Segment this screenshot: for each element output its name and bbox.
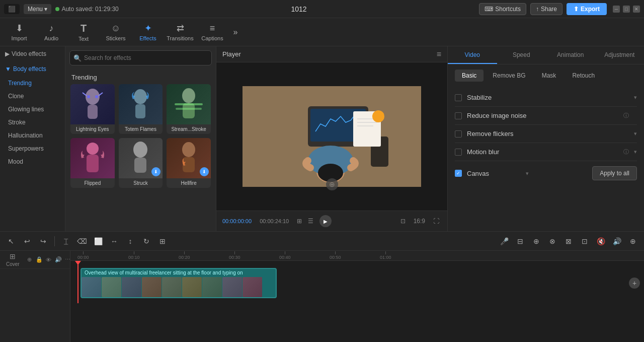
toolbar-stickers[interactable]: ☺ Stickers (101, 20, 131, 44)
sub-tab-remove-bg[interactable]: Remove BG (486, 70, 532, 82)
transform-button[interactable]: ⊞ (155, 234, 170, 248)
audio-detach-button[interactable]: ⊡ (578, 234, 592, 248)
track-lock-icon[interactable]: 🔒 (35, 256, 43, 264)
aspect-ratio-button[interactable]: 16:9 (412, 217, 427, 226)
track-audio-icon[interactable]: 🔊 (54, 256, 62, 264)
svg-point-12 (87, 143, 99, 155)
video-clip[interactable]: Overhead view of multiracial freelancer … (80, 268, 277, 298)
right-content: Basic Remove BG Mask Retouch Stabilize ▾ (448, 64, 644, 231)
mirror-h-button[interactable]: ↔ (107, 234, 121, 248)
remove-flickers-checkbox[interactable] (455, 130, 462, 138)
effect-card-flipped[interactable]: Flipped (70, 138, 115, 188)
sidebar-item-clone[interactable]: Clone (0, 90, 65, 103)
sidebar-item-glowing-lines[interactable]: Glowing lines (0, 103, 65, 116)
grid-view-button[interactable]: ⊞ (295, 217, 304, 226)
effect-card-stream-stroke[interactable]: Stream...Stroke (167, 84, 211, 134)
sub-tab-basic[interactable]: Basic (455, 70, 484, 82)
split-audio-button[interactable]: ⊠ (561, 234, 576, 248)
sidebar-item-mood[interactable]: Mood (0, 155, 65, 168)
mute-button[interactable]: 🔇 (594, 234, 608, 248)
fullscreen-button[interactable]: ⛶ (431, 217, 441, 226)
search-input[interactable] (69, 50, 212, 65)
effect-card-lightning-eyes[interactable]: Lightning Eyes (70, 84, 115, 134)
add-timeline-button[interactable]: ⊕ (626, 234, 640, 248)
mirror-v-button[interactable]: ↕ (123, 234, 137, 248)
canvas-arrow: ▾ (526, 170, 529, 177)
clip-thumb-8 (222, 277, 243, 297)
video-effects-header[interactable]: ▶ Video effects (0, 46, 65, 61)
toolbar-effects[interactable]: ✦ Effects (133, 20, 163, 44)
export-button[interactable]: ⬆ Export (567, 3, 607, 15)
clip-thumb-9 (243, 277, 263, 297)
timeline-section: ↖ ↩ ↪ ⌶ ⌫ ⬜ ↔ ↕ ↻ ⊞ 🎤 ⊟ ⊕ ⊗ ⊠ ⊡ 🔇 🔊 ⊕ ⊞ (0, 231, 644, 342)
toolbar-import[interactable]: ⬇ Import (4, 20, 34, 44)
effect-card-totem-flames[interactable]: Totem Flames (119, 84, 163, 134)
import-icon: ⬇ (16, 23, 23, 34)
right-panel: Video Speed Animation Adjustment Basic R… (448, 46, 644, 231)
delete-button[interactable]: ⌫ (75, 234, 89, 248)
body-effects-header[interactable]: ▼ Body effects (0, 61, 65, 77)
topbar: ⬛ Menu ▾ Auto saved: 01:29:30 1012 ⌨ Sho… (0, 0, 644, 18)
sub-tab-mask[interactable]: Mask (535, 70, 564, 82)
svg-rect-10 (175, 103, 203, 105)
toolbar-captions[interactable]: ≡ Captions (197, 20, 227, 44)
tab-animation[interactable]: Animation (546, 46, 595, 64)
microphone-button[interactable]: 🎤 (497, 234, 511, 248)
canvas-label: Canvas (467, 170, 521, 177)
motion-blur-info-icon[interactable]: ⓘ (623, 148, 629, 156)
list-view-button[interactable]: ☰ (306, 217, 315, 226)
connect-button[interactable]: ⊕ (529, 234, 543, 248)
maximize-button[interactable]: □ (623, 6, 630, 13)
time-total: 00:00:24:10 (260, 218, 289, 224)
share-button[interactable]: ↑ Share (530, 3, 562, 15)
seek-indicator[interactable]: ⊕ (326, 178, 338, 190)
sidebar-item-hallucination[interactable]: Hallucination (0, 129, 65, 142)
shortcuts-button[interactable]: ⌨ Shortcuts (479, 3, 526, 15)
select-tool-button[interactable]: ↖ (4, 234, 18, 248)
effect-card-struck[interactable]: ⬇ Struck (119, 138, 163, 188)
effect-card-hellfire[interactable]: ⬇ Hellfire (167, 138, 211, 188)
sidebar-item-stroke[interactable]: Stroke (0, 116, 65, 129)
redo-button[interactable]: ↪ (36, 234, 50, 248)
link-button[interactable]: ⊗ (545, 234, 559, 248)
rotate-button[interactable]: ↻ (139, 234, 153, 248)
volume-button[interactable]: 🔊 (610, 234, 624, 248)
menu-button[interactable]: Menu ▾ (24, 4, 51, 14)
canvas-checkbox[interactable]: ✓ (455, 170, 462, 177)
tab-adjustment[interactable]: Adjustment (595, 46, 645, 64)
play-button[interactable]: ▶ (319, 215, 332, 227)
player-menu-icon[interactable]: ≡ (437, 50, 441, 59)
reduce-noise-label: Reduce image noise (467, 112, 618, 119)
track-eye-icon[interactable]: 👁 (45, 256, 53, 264)
ruler-mark-5: 00:50 (330, 251, 341, 260)
minimize-button[interactable]: ─ (613, 6, 620, 13)
remove-flickers-arrow: ▾ (634, 130, 637, 137)
screenshot-button[interactable]: ⊡ (398, 217, 408, 226)
track-add-icon[interactable]: ⊕ (26, 256, 34, 264)
undo-button[interactable]: ↩ (20, 234, 34, 248)
stabilize-checkbox[interactable] (455, 94, 462, 101)
apply-to-all-button[interactable]: Apply to all (592, 166, 637, 180)
reduce-noise-info-icon[interactable]: ⓘ (623, 112, 629, 119)
close-button[interactable]: ✕ (633, 6, 640, 13)
toolbar-more-button[interactable]: » (229, 20, 242, 44)
app-logo[interactable]: ⬛ (4, 4, 20, 14)
motion-blur-label: Motion blur (467, 148, 618, 156)
crop-button[interactable]: ⬜ (91, 234, 105, 248)
sidebar-item-superpowers[interactable]: Superpowers (0, 142, 65, 155)
sidebar-item-trending[interactable]: Trending (0, 77, 65, 90)
toolbar-text[interactable]: T Text (68, 20, 99, 44)
stabilize-label: Stabilize (467, 94, 629, 101)
totem-flames-thumbnail (125, 87, 155, 122)
reduce-noise-checkbox[interactable] (455, 112, 462, 119)
svg-rect-11 (176, 108, 202, 110)
tab-video[interactable]: Video (448, 46, 497, 64)
add-track-button[interactable]: + (629, 278, 640, 289)
tab-speed[interactable]: Speed (497, 46, 546, 64)
sub-tab-retouch[interactable]: Retouch (565, 70, 602, 82)
toolbar-audio[interactable]: ♪ Audio (36, 20, 66, 44)
link-clip-button[interactable]: ⊟ (513, 234, 527, 248)
motion-blur-checkbox[interactable] (455, 149, 462, 156)
split-button[interactable]: ⌶ (59, 234, 73, 248)
toolbar-transitions[interactable]: ⇄ Transitions (165, 20, 195, 44)
